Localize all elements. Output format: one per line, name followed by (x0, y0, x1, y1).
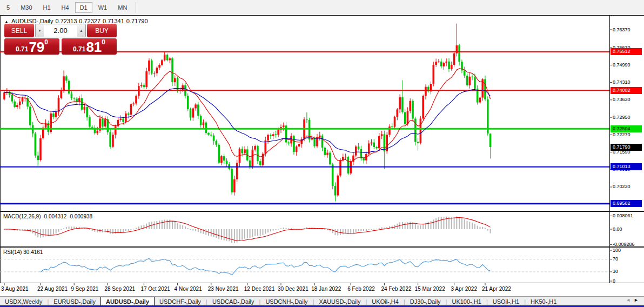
candle-body (257, 146, 259, 161)
macd-bar (97, 229, 98, 232)
macd-bar (402, 222, 403, 229)
macd-bar (118, 229, 119, 233)
volume-increase-icon[interactable]: ▲ (77, 24, 85, 37)
candle-body (197, 104, 199, 116)
candle-body (73, 98, 75, 99)
macd-bar (172, 221, 173, 229)
macd-bar (177, 223, 178, 229)
macd-bar (368, 229, 370, 230)
candle-body (35, 134, 37, 156)
candle-body (311, 138, 313, 139)
candle-body (164, 55, 166, 60)
macd-bar (216, 229, 217, 238)
macd-bar (431, 221, 432, 229)
candle-body (334, 186, 337, 196)
volume-input[interactable]: 2.00 (44, 24, 77, 37)
macd-bar (61, 229, 62, 230)
buy-price-pips: 81 (86, 40, 102, 54)
candle-body (332, 164, 334, 186)
macd-bar (43, 229, 44, 237)
date-label: 28 Sep 2021 (104, 286, 135, 292)
macd-bar (133, 229, 134, 229)
candle-body (236, 163, 238, 179)
macd-bar (472, 223, 473, 229)
date-label: 15 Mar 2022 (415, 286, 445, 292)
macd-bar (454, 217, 455, 229)
candle-body (52, 114, 55, 117)
macd-bar (92, 229, 93, 231)
candle-body (91, 127, 93, 128)
candle-body (145, 71, 147, 87)
macd-bar (291, 228, 292, 229)
macd-bar (485, 228, 486, 229)
macd-bar (373, 229, 374, 230)
candle-body (29, 106, 31, 125)
date-label: 3 Aug 2021 (1, 286, 29, 292)
date-label: 22 Aug 2021 (37, 286, 68, 292)
macd-bar (187, 228, 189, 229)
sell-button[interactable]: SELL (4, 24, 34, 37)
macd-bar (159, 221, 160, 229)
macd-bar (353, 229, 354, 233)
macd-bar (441, 217, 442, 229)
candle-body (479, 98, 481, 103)
rsi-scale-label: 30 (613, 269, 618, 274)
macd-bar (490, 229, 491, 233)
sell-price-pips: 79 (29, 40, 44, 54)
macd-bar (334, 229, 336, 235)
date-label: 18 Jan 2022 (311, 286, 341, 292)
tab-nav-arrows: ◄► (626, 297, 642, 303)
candle-body (407, 111, 409, 124)
buy-price-pipette: 0 (102, 39, 105, 45)
macd-bar (112, 229, 113, 234)
volume-decrease-icon[interactable]: ▼ (36, 24, 44, 37)
buy-button[interactable]: BUY (87, 24, 117, 37)
macd-bar (260, 229, 261, 236)
macd-bar (263, 229, 264, 235)
candle-body (153, 74, 156, 74)
candle-body (161, 60, 163, 65)
macd-bar (128, 229, 129, 231)
candle-body (3, 92, 5, 99)
macd-bar (182, 225, 183, 229)
candle-body (469, 77, 471, 85)
macd-bar (205, 229, 206, 235)
date-label: 9 Sep 2021 (71, 286, 98, 292)
rsi-label: RSI(14) 30.4161 (3, 249, 43, 255)
macd-bar (136, 228, 137, 229)
candle-body (321, 136, 324, 148)
candle-body (355, 146, 357, 156)
candle-body (412, 101, 414, 119)
sell-price-bigfigure: 0.71 (16, 44, 28, 54)
macd-bar (162, 220, 163, 229)
macd-bar (86, 229, 88, 229)
buy-price-bigfigure: 0.71 (73, 44, 85, 54)
macd-bar (355, 229, 357, 232)
candle-body (433, 65, 435, 84)
macd-bar (379, 228, 380, 229)
candle-body (14, 102, 16, 107)
candle-body (277, 130, 279, 135)
macd-bar (224, 229, 225, 241)
tab-scroll-left-icon[interactable]: ◄ (626, 297, 634, 303)
macd-bar (66, 227, 67, 229)
one-click-trade-panel: SELL ▼ 2.00 ▲ BUY 0.71 79 0 0.71 81 0 (4, 24, 117, 55)
macd-bar (275, 229, 276, 230)
price-level-badge: 0.69582 (611, 200, 642, 207)
buy-price-button[interactable]: 0.71 81 0 (62, 38, 117, 55)
rsi-scale-label: 0 (613, 279, 615, 284)
macd-bar (89, 229, 90, 230)
candle-body (86, 107, 88, 117)
macd-bar (179, 224, 180, 229)
candle-body (296, 146, 298, 152)
macd-bar (154, 222, 155, 229)
tab-scroll-right-icon[interactable]: ► (634, 297, 642, 303)
date-label: 24 Feb 2022 (381, 286, 411, 292)
candle-body (169, 58, 171, 60)
candle-body (156, 68, 158, 73)
candle-body (115, 126, 117, 135)
sell-price-button[interactable]: 0.71 79 0 (4, 38, 59, 55)
macd-bar (322, 229, 323, 230)
candle-body (293, 136, 295, 152)
candle-body (68, 81, 70, 94)
